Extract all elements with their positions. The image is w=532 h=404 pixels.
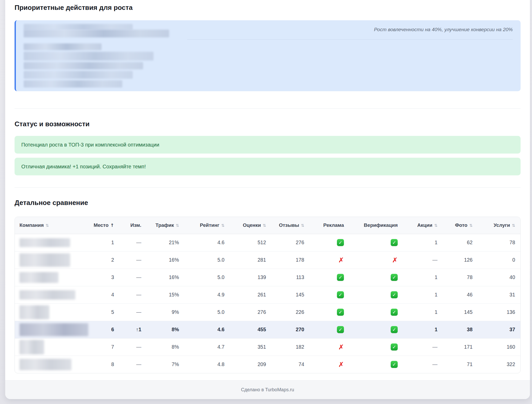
cell-rating: 5.0 [185, 303, 230, 321]
cell-verification: ✓ [350, 356, 403, 373]
cell-traffic: 8% [147, 338, 185, 356]
cell-change: — [120, 303, 147, 321]
status-alert-dynamics: Отличная динамика! +1 позиций. Сохраняйт… [15, 158, 521, 175]
cell-place: 1 [89, 234, 120, 251]
cell-rating: 4.6 [185, 234, 230, 251]
column-label: Фото [455, 222, 467, 228]
cell-scores: 139 [230, 269, 272, 286]
table-row[interactable]: 3—16%5.0139113✓✓17840 [15, 269, 521, 286]
cross-icon: ✗ [338, 256, 344, 264]
cell-company [15, 251, 89, 269]
table-row[interactable]: 2—16%5.0281178✗✗—1260 [15, 251, 521, 269]
table-row[interactable]: 1—21%4.6512276✓✓16278 [15, 234, 521, 251]
cell-promos: — [403, 251, 443, 269]
footer: Сделано в TurboMaps.ru [5, 380, 530, 399]
cell-verification: ✓ [350, 303, 403, 321]
redacted-text [24, 80, 122, 88]
redacted-company-name [19, 359, 71, 370]
cell-services: 31 [478, 286, 521, 303]
redacted-text [24, 30, 169, 37]
redacted-text [24, 24, 133, 30]
cell-services: 0 [478, 251, 521, 269]
cell-rating: 4.8 [185, 356, 230, 373]
sort-icon: ⇅ [176, 223, 179, 228]
cell-ads: ✗ [310, 356, 350, 373]
cell-traffic: 7% [147, 356, 185, 373]
check-icon: ✓ [337, 239, 344, 246]
cross-icon: ✗ [392, 256, 398, 264]
cross-icon: ✗ [338, 361, 344, 368]
column-header-services[interactable]: Услуги⇅ [478, 217, 521, 234]
sort-icon: ⇅ [301, 223, 304, 228]
cell-change: — [120, 286, 147, 303]
table-row[interactable]: 8—7%4.820974✗✓—71322 [15, 356, 521, 373]
redacted-company-name [19, 323, 88, 336]
column-header-verification: Верификация [350, 217, 403, 234]
cell-services: 322 [478, 356, 521, 373]
cell-photos: 71 [443, 356, 478, 373]
section-title-priority-actions: Приоритетные действия для роста [15, 4, 521, 11]
redacted-recommendation-title [24, 24, 169, 37]
cell-ads: ✗ [310, 338, 350, 356]
section-divider [15, 108, 521, 109]
cell-change: — [120, 269, 147, 286]
table-row[interactable]: 5—9%5.0276226✓✓1145136 [15, 303, 521, 321]
cell-traffic: 9% [147, 303, 185, 321]
column-header-reviews[interactable]: Отзывы⇅ [272, 217, 310, 234]
table-row[interactable]: 6↑18%4.6455270✓✓13837 [15, 321, 521, 338]
cell-ads: ✓ [310, 286, 350, 303]
column-label: Верификация [364, 222, 398, 228]
cell-services: 136 [478, 303, 521, 321]
redacted-company-name [19, 272, 58, 283]
cell-verification: ✓ [350, 269, 403, 286]
cell-promos: 1 [403, 234, 443, 251]
sort-icon: ⇅ [45, 223, 49, 228]
cell-reviews: 226 [272, 303, 310, 321]
cell-company [15, 269, 89, 286]
cell-rating: 4.9 [185, 286, 230, 303]
cell-place: 6 [89, 321, 120, 338]
column-header-place[interactable]: Место↑ [89, 217, 120, 234]
cell-photos: 46 [443, 286, 478, 303]
cell-scores: 261 [230, 286, 272, 303]
cell-place: 7 [89, 338, 120, 356]
check-icon: ✓ [391, 239, 398, 246]
cell-traffic: 8% [147, 321, 185, 338]
cell-company [15, 286, 89, 303]
sort-icon: ⇅ [263, 223, 266, 228]
column-header-scores[interactable]: Оценки⇅ [230, 217, 272, 234]
column-header-traffic[interactable]: Трафик⇅ [147, 217, 185, 234]
column-header-company[interactable]: Компания⇅ [15, 217, 89, 234]
column-header-photos[interactable]: Фото⇅ [443, 217, 478, 234]
cell-verification: ✓ [350, 321, 403, 338]
cell-scores: 209 [230, 356, 272, 373]
cell-scores: 281 [230, 251, 272, 269]
table-row[interactable]: 7—8%4.7351182✗✓—171160 [15, 338, 521, 356]
check-icon: ✓ [391, 291, 398, 298]
check-icon: ✓ [391, 326, 398, 333]
cell-scores: 512 [230, 234, 272, 251]
sort-icon: ⇅ [469, 223, 473, 228]
cell-change: — [120, 234, 147, 251]
report-content: Приоритетные действия для роста Рост вов… [5, 0, 530, 373]
sort-ascending-icon: ↑ [110, 223, 114, 228]
cell-traffic: 16% [147, 269, 185, 286]
column-label: Отзывы [279, 222, 299, 228]
column-label: Трафик [156, 222, 174, 228]
cell-rating: 5.0 [185, 269, 230, 286]
cell-reviews: 270 [272, 321, 310, 338]
column-header-promos[interactable]: Акции⇅ [403, 217, 443, 234]
check-icon: ✓ [337, 309, 344, 316]
redacted-company-name [19, 253, 70, 267]
column-header-ads: Реклама [310, 217, 350, 234]
cell-place: 4 [89, 286, 120, 303]
priority-highlight-box: Рост вовлеченности на 40%, улучшение кон… [15, 20, 521, 91]
column-header-rating[interactable]: Рейтинг⇅ [185, 217, 230, 234]
check-icon: ✓ [391, 309, 398, 316]
cell-reviews: 113 [272, 269, 310, 286]
cell-verification: ✗ [350, 251, 403, 269]
table-row[interactable]: 4—15%4.9261145✓✓14631 [15, 286, 521, 303]
cell-traffic: 16% [147, 251, 185, 269]
cell-company [15, 303, 89, 321]
column-label: Оценки [243, 222, 261, 228]
